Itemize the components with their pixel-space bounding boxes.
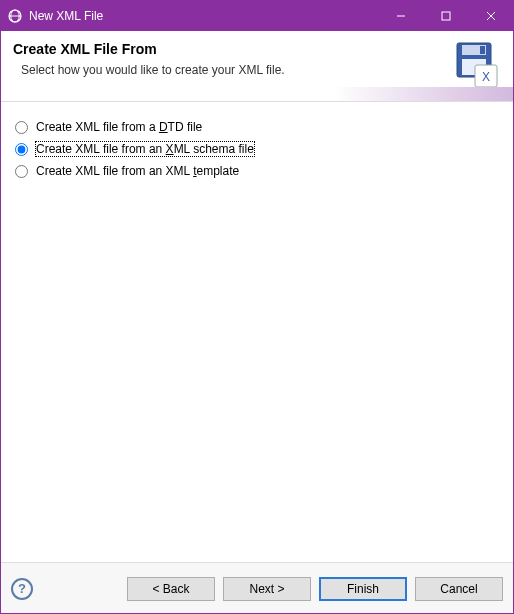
wizard-header: Create XML File From Select how you woul… <box>1 31 513 102</box>
close-button[interactable] <box>468 1 513 31</box>
window-title: New XML File <box>29 9 378 23</box>
help-icon[interactable]: ? <box>11 578 33 600</box>
svg-text:X: X <box>482 70 490 84</box>
finish-button[interactable]: Finish <box>319 577 407 601</box>
cancel-button[interactable]: Cancel <box>415 577 503 601</box>
radio-option-1[interactable]: Create XML file from an XML schema file <box>13 138 501 160</box>
radio-input-2[interactable] <box>15 165 28 178</box>
wizard-content: Create XML file from a DTD fileCreate XM… <box>1 102 513 562</box>
maximize-button[interactable] <box>423 1 468 31</box>
page-subtitle: Select how you would like to create your… <box>21 63 445 77</box>
radio-option-0[interactable]: Create XML file from a DTD file <box>13 116 501 138</box>
radio-option-2[interactable]: Create XML file from an XML template <box>13 160 501 182</box>
back-button[interactable]: < Back <box>127 577 215 601</box>
page-title: Create XML File From <box>13 41 445 57</box>
wizard-footer: ? < Back Next > Finish Cancel <box>1 562 513 614</box>
next-button[interactable]: Next > <box>223 577 311 601</box>
minimize-button[interactable] <box>378 1 423 31</box>
window-controls <box>378 1 513 31</box>
radio-label-2: Create XML file from an XML template <box>36 164 239 178</box>
titlebar: New XML File <box>1 1 513 31</box>
svg-rect-4 <box>442 12 450 20</box>
radio-input-0[interactable] <box>15 121 28 134</box>
svg-rect-9 <box>480 46 485 54</box>
radio-input-1[interactable] <box>15 143 28 156</box>
header-gradient <box>333 87 513 101</box>
radio-label-1: Create XML file from an XML schema file <box>36 142 254 156</box>
eclipse-icon <box>7 8 23 24</box>
radio-label-0: Create XML file from a DTD file <box>36 120 202 134</box>
save-xml-icon: X <box>453 41 501 89</box>
